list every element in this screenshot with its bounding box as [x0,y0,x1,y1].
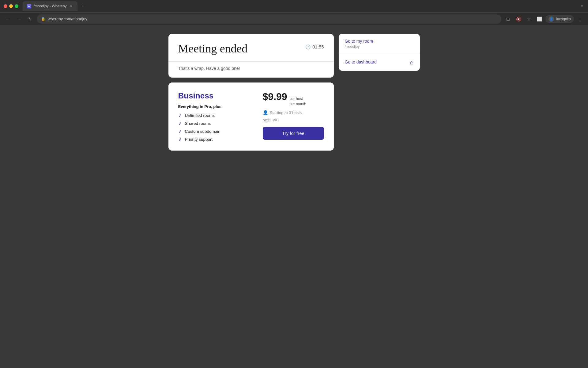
hosts-label: Starting at 3 hosts [270,110,302,115]
maximize-button[interactable] [15,4,18,8]
side-panel: Go to my room /moodjoy Go to dashboard ⌂ [339,34,420,71]
tab-title: /moodjoy - Whereby [34,4,66,8]
cast-button[interactable]: ⊡ [504,15,512,23]
feature-list: ✓ Unlimited rooms ✓ Shared rooms ✓ Custo… [178,113,255,142]
try-free-button[interactable]: Try for free [263,127,324,140]
traffic-lights [4,4,18,8]
home-icon: ⌂ [410,59,413,66]
feature-label: Custom subdomain [185,129,221,134]
profile-icon: 👤 [548,16,554,22]
profile-label: Incognito [556,17,571,21]
refresh-button[interactable]: ↻ [26,15,34,23]
tab-favicon: W [27,4,31,8]
feature-label: Shared rooms [185,121,211,126]
check-icon: ✓ [178,137,182,142]
go-to-dashboard-item[interactable]: Go to dashboard ⌂ [339,54,420,71]
check-icon: ✓ [178,113,182,118]
price-per-host: per host [290,96,306,102]
address-bar[interactable]: 🔒 whereby.com/moodjoy [37,14,501,24]
vat-note: *excl. VAT [263,118,279,122]
meeting-header: Meeting ended 🕐 01:55 [168,34,334,62]
new-tab-button[interactable]: + [79,2,87,10]
price-per-month: per month [290,102,306,107]
business-title: Business [178,91,255,101]
cards-container: Meeting ended 🕐 01:55 That's a wrap. Hav… [168,34,420,368]
go-to-dashboard-title: Go to dashboard [345,59,377,64]
price-row: $9.99 per host per month [263,91,306,107]
business-subtitle: Everything in Pro, plus: [178,104,255,109]
title-bar: W /moodjoy - Whereby ✕ + ≡ [0,0,588,12]
feature-item: ✓ Custom subdomain [178,129,255,134]
meeting-timer: 🕐 01:55 [305,44,324,49]
go-to-room-item[interactable]: Go to my room /moodjoy [339,34,420,54]
feature-item: ✓ Unlimited rooms [178,113,255,118]
check-icon: ✓ [178,129,182,134]
minimize-button[interactable] [9,4,13,8]
tab-close-button[interactable]: ✕ [69,4,73,8]
feature-label: Priority support [185,137,213,142]
meeting-title: Meeting ended [178,42,248,55]
mute-button[interactable]: 🔇 [514,15,523,23]
person-icon: 👤 [263,110,268,115]
business-card: Business Everything in Pro, plus: ✓ Unli… [168,82,334,151]
clock-icon: 🕐 [305,44,311,49]
price-details: per host per month [290,96,306,107]
sidebar-button[interactable]: ⬜ [535,15,544,23]
back-button[interactable]: ← [4,15,12,23]
business-left: Business Everything in Pro, plus: ✓ Unli… [178,91,255,142]
feature-label: Unlimited rooms [185,113,215,118]
profile-button[interactable]: 👤 Incognito [545,15,574,23]
forward-button[interactable]: → [15,15,23,23]
go-to-room-content: Go to my room /moodjoy [345,39,373,49]
meeting-subtitle: That's a wrap. Have a good one! [168,62,334,78]
close-button[interactable] [4,4,7,8]
hosts-row: 👤 Starting at 3 hosts [263,110,302,115]
room-name: /moodjoy [345,44,373,49]
meeting-duration: 01:55 [312,44,324,49]
menu-button[interactable]: ⋮ [576,15,584,23]
tab-bar: W /moodjoy - Whereby ✕ + [23,1,87,11]
business-card-inner: Business Everything in Pro, plus: ✓ Unli… [168,82,334,151]
meeting-ended-card: Meeting ended 🕐 01:55 That's a wrap. Hav… [168,34,334,78]
feature-item: ✓ Priority support [178,137,255,142]
favorites-button[interactable]: ☆ [525,15,533,23]
browser-chrome: W /moodjoy - Whereby ✕ + ≡ ← → ↻ 🔒 where… [0,0,588,25]
active-tab[interactable]: W /moodjoy - Whereby ✕ [23,1,77,11]
business-right: $9.99 per host per month 👤 Starting at 3… [263,91,324,142]
url-text: whereby.com/moodjoy [48,17,87,21]
check-icon: ✓ [178,121,182,126]
go-to-room-title: Go to my room [345,39,373,44]
nav-bar: ← → ↻ 🔒 whereby.com/moodjoy ⊡ 🔇 ☆ ⬜ 👤 In… [0,12,588,25]
go-to-dashboard-content: Go to dashboard [345,59,377,65]
feature-item: ✓ Shared rooms [178,121,255,126]
price-amount: $9.99 [263,91,287,102]
nav-actions: ⊡ 🔇 ☆ ⬜ 👤 Incognito ⋮ [504,15,584,23]
page-content: Meeting ended 🕐 01:55 That's a wrap. Hav… [0,25,588,368]
lock-icon: 🔒 [41,17,45,21]
